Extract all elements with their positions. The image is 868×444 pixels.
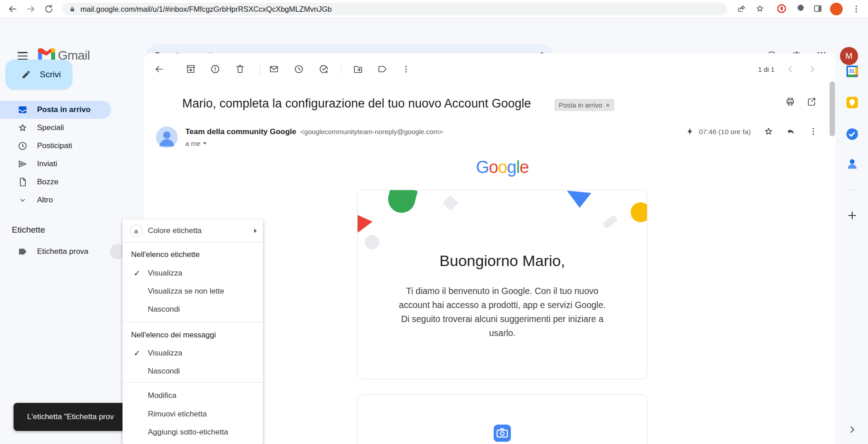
- sender-line: Team della community Google <googlecommu…: [185, 127, 443, 136]
- remove-chip-icon[interactable]: ×: [606, 101, 610, 109]
- pencil-icon: [21, 69, 32, 80]
- star-icon: [17, 122, 28, 133]
- menu-item-label: Visualizza se non lette: [148, 287, 224, 296]
- add-to-tasks-icon[interactable]: [318, 64, 329, 75]
- sidebar-item-drafts[interactable]: Bozze: [0, 173, 111, 191]
- recipient-toggle[interactable]: a me: [185, 140, 207, 147]
- menu-section-title: Nell'elenco dei messaggi: [131, 331, 216, 340]
- get-addons-icon[interactable]: [845, 209, 859, 222]
- menu-item-show-messages[interactable]: ✓ Visualizza: [123, 344, 263, 362]
- compose-button[interactable]: Scrivi: [5, 60, 72, 89]
- label-color-swatch: a: [130, 224, 142, 237]
- browser-back-icon[interactable]: [7, 4, 18, 14]
- confetti-red: [357, 214, 373, 233]
- suggestion-card: [357, 394, 647, 444]
- sidebar-item-starred[interactable]: Speciali: [0, 119, 111, 137]
- camera-icon: [494, 425, 511, 442]
- chevron-down-icon: [17, 195, 28, 206]
- sidebar-item-label-etichetta-prova[interactable]: Etichetta prova: [0, 243, 111, 261]
- email-subject: Mario, completa la configurazione del tu…: [182, 97, 531, 111]
- bookmark-star-icon[interactable]: [755, 4, 766, 14]
- lock-icon: [69, 5, 76, 13]
- menu-divider: [123, 382, 263, 383]
- menu-item-label-color[interactable]: a Colore etichetta: [123, 221, 263, 241]
- newer-email-icon[interactable]: [785, 64, 796, 75]
- menu-item-show[interactable]: ✓ Visualizza: [123, 264, 263, 282]
- star-message-icon[interactable]: [763, 126, 774, 137]
- confetti-yellow: [631, 202, 647, 222]
- confetti-green: [385, 190, 418, 215]
- more-options-icon[interactable]: [401, 64, 411, 75]
- print-icon[interactable]: [785, 96, 796, 107]
- body-paragraph-2: Di seguito troverai alcuni suggerimenti …: [398, 312, 607, 340]
- label-icon[interactable]: [377, 64, 388, 75]
- keep-icon[interactable]: [845, 96, 859, 109]
- menu-item-label: Rimuovi etichetta: [148, 410, 207, 419]
- email-timestamp: 07:46 (10 ore fa): [699, 128, 751, 136]
- reply-icon[interactable]: [785, 126, 796, 137]
- url-text: mail.google.com/mail/u/1/#inbox/FMfcgzGr…: [80, 5, 332, 14]
- google-logo: Google: [358, 158, 647, 177]
- menu-item-add-sublabel[interactable]: Aggiungi sotto-etichetta: [123, 423, 263, 441]
- menu-item-show-if-unread[interactable]: Visualizza se non lette: [123, 282, 263, 300]
- menu-item-label: Aggiungi sotto-etichetta: [148, 428, 228, 437]
- menu-item-edit[interactable]: Modifica: [123, 387, 263, 405]
- back-to-inbox-icon[interactable]: [154, 64, 165, 75]
- delete-icon[interactable]: [235, 64, 245, 75]
- body-paragraph-1: Ti diamo il benvenuto in Google. Con il …: [398, 284, 607, 312]
- address-bar[interactable]: mail.google.com/mail/u/1/#inbox/FMfcgzGr…: [62, 3, 727, 15]
- label-context-menu: a Colore etichetta Nell'elenco etichette…: [123, 220, 263, 444]
- inbox-chip-label: Posta in arrivo: [559, 101, 602, 109]
- gmail-header: Gmail ? M: [0, 19, 868, 53]
- side-panel-toggle-icon[interactable]: [813, 4, 824, 14]
- browser-toolbar: mail.google.com/mail/u/1/#inbox/FMfcgzGr…: [0, 0, 868, 19]
- tasks-icon[interactable]: [845, 127, 859, 141]
- confetti-blue: [567, 191, 591, 208]
- snooze-icon[interactable]: [293, 64, 304, 75]
- inbox-icon: [17, 104, 28, 115]
- account-avatar[interactable]: M: [840, 47, 858, 65]
- confetti-gray-diamond: [443, 195, 458, 211]
- inbox-chip[interactable]: Posta in arrivo ×: [554, 99, 614, 111]
- menu-item-label: Modifica: [148, 391, 176, 400]
- menu-item-hide[interactable]: Nascondi: [123, 300, 263, 318]
- browser-reload-icon[interactable]: [43, 4, 54, 14]
- message-more-icon[interactable]: [808, 126, 819, 137]
- share-icon[interactable]: [736, 4, 747, 14]
- toast-text: L'etichetta "Etichetta prov: [27, 412, 114, 421]
- recipient-label: a me: [185, 140, 200, 147]
- sidebar-item-snoozed[interactable]: Posticipati: [0, 137, 111, 155]
- open-in-new-icon[interactable]: [806, 96, 817, 107]
- menu-item-label: Nascondi: [148, 305, 180, 314]
- menu-divider: [123, 322, 263, 322]
- sidebar-item-inbox[interactable]: Posta in arrivo: [0, 101, 111, 119]
- sidebar-item-sent[interactable]: Inviati: [0, 155, 111, 173]
- older-email-icon[interactable]: [807, 64, 818, 75]
- browser-profile-avatar[interactable]: [830, 3, 843, 15]
- sidebar-item-label: Bozze: [37, 178, 58, 187]
- move-to-icon[interactable]: [353, 64, 363, 75]
- show-details-icon: [203, 142, 207, 145]
- menu-item-label: Visualizza: [148, 269, 182, 278]
- sender-avatar[interactable]: [156, 126, 178, 148]
- menu-item-label: Colore etichetta: [148, 226, 202, 235]
- calendar-icon[interactable]: 31: [845, 65, 859, 78]
- report-spam-icon[interactable]: [210, 64, 221, 75]
- show-side-panel-icon[interactable]: [845, 423, 859, 436]
- menu-item-remove-label[interactable]: Rimuovi etichetta: [123, 405, 263, 423]
- archive-icon[interactable]: [185, 64, 196, 75]
- browser-forward-icon[interactable]: [25, 4, 36, 14]
- menu-section-title: Nell'elenco etichette: [131, 250, 200, 259]
- extensions-puzzle-icon[interactable]: [796, 4, 807, 14]
- scrollbar[interactable]: [830, 81, 835, 136]
- mark-unread-icon[interactable]: [269, 64, 279, 75]
- submenu-arrow-icon: [254, 229, 257, 233]
- sidebar-item-label: Etichetta prova: [37, 247, 88, 256]
- browser-menu-icon[interactable]: [851, 4, 862, 14]
- sidebar-item-more[interactable]: Altro: [0, 191, 111, 209]
- adblock-extension-icon[interactable]: [777, 4, 788, 14]
- menu-item-hide-messages[interactable]: Nascondi: [123, 362, 263, 380]
- panel-divider: [844, 190, 860, 190]
- contacts-icon[interactable]: [845, 157, 859, 171]
- labels-section-title: Etichette: [12, 225, 45, 235]
